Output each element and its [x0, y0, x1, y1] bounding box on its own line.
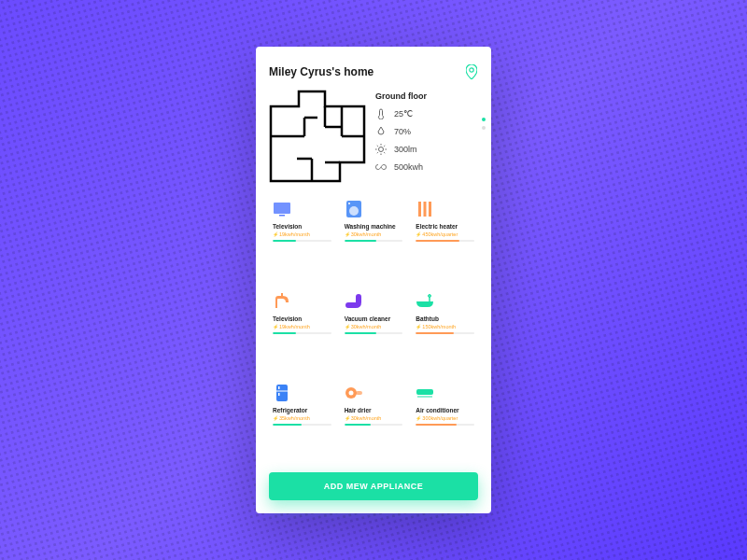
usage-bar	[273, 424, 331, 426]
appliance-icon	[416, 200, 434, 218]
appliance-icon	[273, 384, 291, 402]
usage-bar	[345, 240, 403, 242]
appliance-icon	[416, 292, 434, 311]
page-title: Miley Cyrus's home	[269, 65, 374, 78]
humidity-value: 70%	[394, 127, 411, 136]
svg-point-13	[348, 203, 350, 204]
svg-rect-9	[274, 203, 290, 214]
appliance-card[interactable]: Television 19kwh/month	[269, 194, 335, 281]
appliance-usage: 30kwh/month	[345, 415, 403, 421]
svg-point-12	[349, 206, 359, 216]
phone-screen: Miley Cyrus's home Ground floor 25℃ 70%	[256, 47, 491, 513]
appliance-name: Refrigerator	[273, 407, 331, 413]
infinity-icon	[375, 161, 387, 173]
svg-rect-19	[276, 385, 288, 401]
temperature-value: 25℃	[394, 109, 413, 119]
appliance-icon	[345, 292, 363, 311]
appliance-usage: 30kwh/month	[345, 324, 403, 329]
svg-rect-15	[424, 202, 427, 217]
usage-bar-fill	[345, 332, 376, 334]
usage-bar-fill	[345, 424, 371, 426]
svg-point-24	[348, 391, 353, 396]
appliance-usage: 19kwh/month	[273, 324, 331, 329]
floorplan-image[interactable]	[269, 90, 366, 183]
appliance-card[interactable]: Air conditioner 300kwh/quarter	[412, 378, 478, 465]
usage-bar-fill	[273, 424, 302, 426]
environment-panel: Ground floor 25℃ 70% 300lm 500kwh	[375, 90, 478, 183]
svg-rect-27	[417, 396, 432, 398]
appliance-icon	[345, 384, 363, 402]
svg-line-8	[384, 146, 385, 147]
svg-rect-10	[279, 215, 285, 217]
power-value: 500kwh	[394, 162, 423, 172]
dot-active	[482, 118, 486, 121]
svg-rect-22	[278, 393, 280, 396]
appliance-icon	[416, 384, 434, 402]
usage-bar	[345, 424, 403, 426]
appliance-name: Air conditioner	[416, 407, 474, 413]
usage-bar	[345, 332, 403, 334]
power-row: 500kwh	[375, 161, 478, 173]
svg-line-5	[377, 146, 378, 147]
svg-rect-14	[418, 202, 421, 217]
svg-rect-26	[416, 389, 433, 395]
appliance-icon	[345, 200, 363, 218]
temperature-row: 25℃	[375, 108, 478, 119]
svg-line-6	[384, 152, 385, 153]
usage-bar	[416, 332, 474, 334]
light-value: 300lm	[394, 145, 417, 154]
usage-bar-fill	[273, 240, 296, 242]
usage-bar	[416, 424, 474, 426]
appliance-icon	[273, 292, 291, 311]
usage-bar	[416, 240, 474, 242]
appliance-name: Hair drier	[345, 407, 403, 413]
usage-bar-fill	[273, 332, 296, 334]
svg-rect-16	[429, 202, 431, 217]
appliance-card[interactable]: Hair drier 30kwh/month	[341, 378, 407, 465]
header: Miley Cyrus's home	[269, 63, 478, 80]
droplet-icon	[375, 126, 387, 137]
appliance-usage: 35kwh/month	[273, 415, 331, 421]
add-appliance-button[interactable]: ADD MEW APPLIANCE	[269, 472, 478, 500]
floor-section: Ground floor 25℃ 70% 300lm 500kwh	[269, 90, 478, 183]
appliance-name: Bathtub	[416, 315, 474, 322]
appliance-card[interactable]: Vacuum cleaner 30kwh/month	[341, 287, 407, 373]
dot-inactive	[482, 126, 486, 130]
appliance-grid: Television 19kwh/month Washing machine 3…	[269, 194, 478, 465]
usage-bar-fill	[345, 240, 376, 242]
appliance-name: Washing machine	[345, 223, 403, 230]
thermometer-icon	[375, 108, 387, 119]
usage-bar-fill	[416, 240, 459, 242]
appliance-usage: 19kwh/month	[273, 231, 331, 237]
appliance-name: Electric heater	[416, 223, 474, 230]
svg-line-7	[377, 152, 378, 153]
appliance-card[interactable]: Electric heater 450kwh/quarter	[412, 194, 478, 281]
sun-icon	[375, 144, 387, 155]
appliance-card[interactable]: Refrigerator 35kwh/month	[269, 378, 335, 465]
appliance-usage: 300kwh/quarter	[416, 415, 474, 421]
appliance-card[interactable]: Bathtub 150kwh/month	[412, 287, 478, 373]
usage-bar-fill	[416, 332, 454, 334]
svg-point-17	[348, 299, 352, 302]
usage-bar-fill	[416, 424, 457, 426]
floor-name: Ground floor	[375, 91, 478, 101]
appliance-usage: 450kwh/quarter	[416, 231, 474, 237]
appliance-usage: 150kwh/month	[416, 324, 474, 329]
appliance-icon	[273, 200, 291, 218]
svg-rect-21	[278, 386, 280, 389]
appliance-card[interactable]: Television 19kwh/month	[269, 287, 335, 373]
page-indicator[interactable]	[482, 118, 486, 130]
location-icon[interactable]	[465, 63, 478, 80]
svg-rect-25	[356, 391, 362, 395]
usage-bar	[273, 240, 331, 242]
appliance-name: Television	[273, 315, 331, 322]
appliance-usage: 30kwh/month	[345, 231, 403, 237]
appliance-name: Television	[273, 223, 331, 230]
svg-point-0	[379, 147, 384, 152]
usage-bar	[273, 332, 331, 334]
light-row: 300lm	[375, 144, 478, 155]
humidity-row: 70%	[375, 126, 478, 137]
appliance-card[interactable]: Washing machine 30kwh/month	[341, 194, 407, 281]
appliance-name: Vacuum cleaner	[345, 315, 403, 322]
